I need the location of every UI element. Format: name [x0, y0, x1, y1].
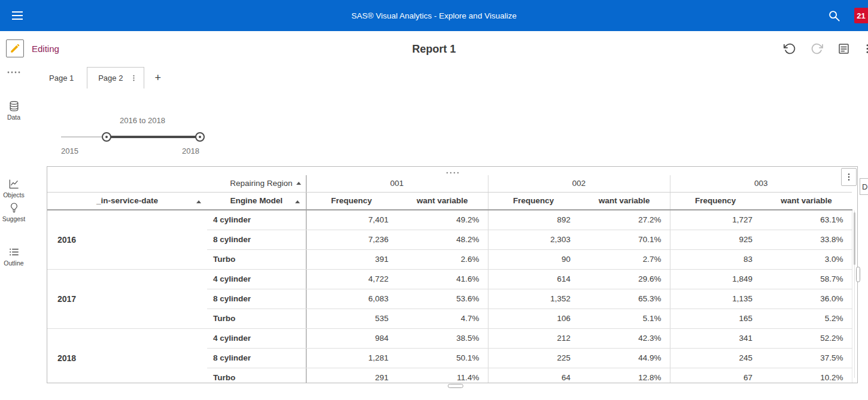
sidebar-item-suggest[interactable]: Suggest	[0, 202, 28, 222]
crosstab-value-cell[interactable]: 11.4%	[397, 368, 488, 383]
crosstab-measure-header[interactable]: want variable	[397, 192, 488, 210]
crosstab-model-cell[interactable]: 4 cylinder	[207, 210, 306, 230]
application-menu-button[interactable]	[7, 0, 31, 31]
crosstab-value-cell[interactable]: 391	[306, 249, 397, 269]
crosstab-model-cell[interactable]: 4 cylinder	[207, 269, 306, 289]
undo-button[interactable]	[784, 42, 796, 55]
sidebar-item-objects[interactable]: Objects	[0, 178, 28, 199]
crosstab-value-cell[interactable]: 63.1%	[761, 210, 852, 230]
crosstab-value-cell[interactable]: 90	[488, 249, 579, 269]
crosstab-model-cell[interactable]: 4 cylinder	[207, 328, 306, 348]
crosstab-value-cell[interactable]: 4.7%	[397, 309, 488, 328]
crosstab-value-cell[interactable]: 225	[488, 348, 579, 368]
crosstab-column-dimension-header[interactable]: Repairing Region	[207, 175, 306, 192]
crosstab-row-header-date[interactable]: _in-service-date	[47, 192, 207, 210]
crosstab-value-cell[interactable]: 7,236	[306, 230, 397, 249]
crosstab-measure-header[interactable]: Frequency	[306, 192, 397, 210]
crosstab-value-cell[interactable]: 10.2%	[761, 368, 852, 383]
crosstab-value-cell[interactable]: 53.6%	[397, 289, 488, 309]
crosstab-row-header-model[interactable]: Engine Model	[207, 192, 306, 210]
more-options-button[interactable]	[861, 42, 868, 55]
crosstab-value-cell[interactable]: 535	[306, 309, 397, 328]
crosstab-value-cell[interactable]: 48.2%	[397, 230, 488, 249]
crosstab-value-cell[interactable]: 12.8%	[579, 368, 670, 383]
crosstab-value-cell[interactable]: 41.6%	[397, 269, 488, 289]
crosstab-value-cell[interactable]: 29.6%	[579, 269, 670, 289]
crosstab-column-group[interactable]: 001	[306, 175, 488, 192]
crosstab-value-cell[interactable]: 5.2%	[761, 309, 852, 328]
crosstab-value-cell[interactable]: 50.1%	[397, 348, 488, 368]
slider-selected-range[interactable]	[107, 136, 200, 138]
crosstab-value-cell[interactable]: 341	[670, 328, 761, 348]
edit-mode-button[interactable]	[6, 39, 24, 57]
crosstab-value-cell[interactable]: 1,281	[306, 348, 397, 368]
crosstab-value-cell[interactable]: 984	[306, 328, 397, 348]
crosstab-value-cell[interactable]: 892	[488, 210, 579, 230]
crosstab-value-cell[interactable]: 27.2%	[579, 210, 670, 230]
crosstab-value-cell[interactable]: 925	[670, 230, 761, 249]
crosstab-value-cell[interactable]: 1,849	[670, 269, 761, 289]
crosstab-value-cell[interactable]: 70.1%	[579, 230, 670, 249]
crosstab-value-cell[interactable]: 1,135	[670, 289, 761, 309]
crosstab-column-group[interactable]: 003	[670, 175, 852, 192]
crosstab-value-cell[interactable]: 4,722	[306, 269, 397, 289]
redo-button[interactable]	[811, 42, 823, 55]
crosstab-value-cell[interactable]: 212	[488, 328, 579, 348]
crosstab-value-cell[interactable]: 52.2%	[761, 328, 852, 348]
sidebar-item-data[interactable]: Data	[0, 100, 28, 121]
crosstab-value-cell[interactable]: 38.5%	[397, 328, 488, 348]
object-drag-handle[interactable]	[445, 167, 460, 178]
crosstab-value-cell[interactable]: 1,727	[670, 210, 761, 230]
page-menu-button[interactable]	[130, 74, 138, 83]
search-button[interactable]	[827, 9, 840, 22]
crosstab-value-cell[interactable]: 2.7%	[579, 249, 670, 269]
crosstab-model-cell[interactable]: Turbo	[207, 368, 306, 383]
crosstab-value-cell[interactable]: 291	[306, 368, 397, 383]
crosstab-value-cell[interactable]: 65.3%	[579, 289, 670, 309]
edit-mode-menu[interactable]: Editing	[6, 39, 59, 57]
crosstab-measure-header[interactable]: Frequency	[488, 192, 579, 210]
vertical-scrollbar-thumb[interactable]	[854, 212, 855, 265]
crosstab-year-cell[interactable]: 2017	[47, 269, 207, 328]
crosstab-model-cell[interactable]: Turbo	[207, 249, 306, 269]
crosstab-value-cell[interactable]: 42.3%	[579, 328, 670, 348]
date-range-slider[interactable]: 2016 to 2018 2015 2018	[61, 115, 212, 161]
crosstab-value-cell[interactable]: 44.9%	[579, 348, 670, 368]
crosstab-value-cell[interactable]: 37.5%	[761, 348, 852, 368]
crosstab-value-cell[interactable]: 245	[670, 348, 761, 368]
crosstab-model-cell[interactable]: Turbo	[207, 309, 306, 328]
object-resize-handle-bottom[interactable]	[448, 384, 463, 388]
right-panel-tab[interactable]: D	[860, 178, 868, 195]
crosstab-value-cell[interactable]: 7,401	[306, 210, 397, 230]
crosstab-year-cell[interactable]: 2018	[47, 328, 207, 383]
tab-page-1[interactable]: Page 1	[36, 67, 87, 88]
crosstab-value-cell[interactable]: 49.2%	[397, 210, 488, 230]
crosstab-measure-header[interactable]: Frequency	[670, 192, 761, 210]
left-rail-overflow-button[interactable]	[0, 69, 28, 79]
add-page-button[interactable]: +	[144, 67, 171, 88]
crosstab-value-cell[interactable]: 67	[670, 368, 761, 383]
crosstab-value-cell[interactable]: 5.1%	[579, 309, 670, 328]
crosstab-measure-header[interactable]: want variable	[579, 192, 670, 210]
crosstab-value-cell[interactable]: 33.8%	[761, 230, 852, 249]
slider-handle-right[interactable]	[195, 132, 205, 142]
crosstab-model-cell[interactable]: 8 cylinder	[207, 348, 306, 368]
crosstab-year-cell[interactable]: 2016	[47, 210, 207, 269]
crosstab-value-cell[interactable]: 58.7%	[761, 269, 852, 289]
object-menu-button[interactable]	[841, 168, 857, 186]
object-resize-handle-right[interactable]	[856, 267, 860, 282]
crosstab-value-cell[interactable]: 36.0%	[761, 289, 852, 309]
crosstab-object[interactable]: Repairing Region 001 002 003 _in-service…	[47, 166, 858, 383]
crosstab-value-cell[interactable]: 106	[488, 309, 579, 328]
crosstab-measure-header[interactable]: want variable	[761, 192, 852, 210]
crosstab-model-cell[interactable]: 8 cylinder	[207, 289, 306, 309]
sidebar-item-outline[interactable]: Outline	[0, 246, 28, 267]
crosstab-value-cell[interactable]: 83	[670, 249, 761, 269]
crosstab-value-cell[interactable]: 1,352	[488, 289, 579, 309]
crosstab-value-cell[interactable]: 6,083	[306, 289, 397, 309]
crosstab-value-cell[interactable]: 3.0%	[761, 249, 852, 269]
crosstab-value-cell[interactable]: 64	[488, 368, 579, 383]
alerts-badge[interactable]: 21	[854, 8, 868, 23]
crosstab-value-cell[interactable]: 2.6%	[397, 249, 488, 269]
tab-page-2[interactable]: Page 2	[87, 67, 144, 88]
